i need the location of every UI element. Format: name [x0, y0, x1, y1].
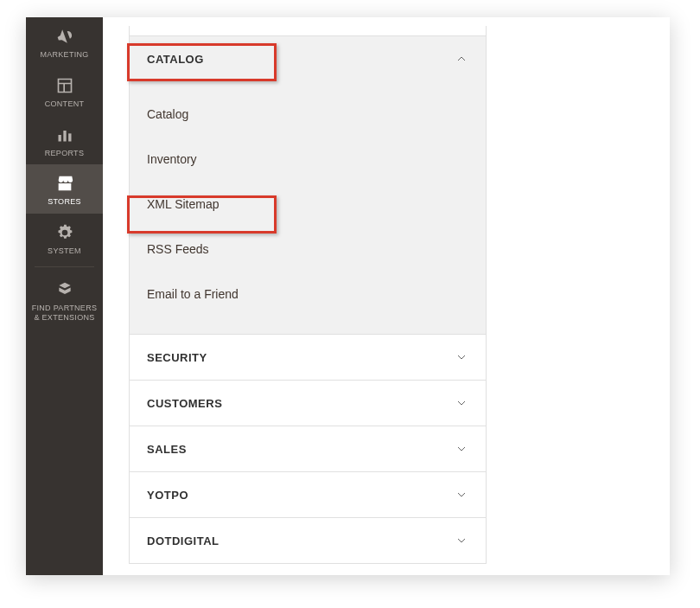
- chevron-up-icon: [455, 52, 468, 66]
- accordion-section-security: SECURITY: [129, 335, 487, 381]
- sidebar-item-label: FIND PARTNERS & EXTENSIONS: [26, 304, 103, 323]
- sidebar-item-label: REPORTS: [41, 149, 87, 158]
- accordion-title: SECURITY: [147, 351, 207, 364]
- accordion-header-catalog[interactable]: CATALOG: [130, 36, 486, 81]
- app-window: MARKETING CONTENT REPORTS STORES SYSTEM: [26, 17, 670, 575]
- sidebar-item-system[interactable]: SYSTEM: [26, 214, 103, 263]
- sidebar-item-label: CONTENT: [41, 99, 88, 109]
- sub-item-inventory[interactable]: Inventory: [130, 137, 486, 182]
- megaphone-icon: [55, 26, 74, 47]
- accordion-title: DOTDIGITAL: [147, 534, 219, 547]
- sidebar-divider: [35, 266, 94, 267]
- accordion-title: YOTPO: [147, 489, 188, 502]
- accordion-section-catalog: CATALOG Catalog Inventory XML Sitemap RS…: [129, 36, 487, 335]
- sidebar-item-partners[interactable]: FIND PARTNERS & EXTENSIONS: [26, 271, 103, 330]
- main-panel: CATALOG Catalog Inventory XML Sitemap RS…: [103, 17, 670, 575]
- accordion-header-customers[interactable]: CUSTOMERS: [130, 381, 486, 426]
- sub-item-catalog[interactable]: Catalog: [130, 92, 486, 137]
- layout-icon: [56, 75, 73, 96]
- sidebar-item-content[interactable]: CONTENT: [26, 67, 103, 116]
- blocks-icon: [56, 279, 73, 300]
- sidebar-item-marketing[interactable]: MARKETING: [26, 17, 103, 67]
- accordion-header-security[interactable]: SECURITY: [130, 335, 486, 380]
- sub-item-xml-sitemap[interactable]: XML Sitemap: [130, 182, 486, 227]
- accordion-header-sales[interactable]: SALES: [130, 426, 486, 471]
- sidebar-item-label: STORES: [44, 197, 85, 207]
- accordion-header-yotpo[interactable]: YOTPO: [130, 472, 486, 517]
- accordion-title: CATALOG: [147, 53, 204, 66]
- accordion-section-dotdigital: DOTDIGITAL: [129, 518, 487, 564]
- accordion-body-catalog: Catalog Inventory XML Sitemap RSS Feeds …: [130, 81, 486, 334]
- chevron-down-icon: [455, 534, 468, 547]
- chevron-down-icon: [455, 488, 468, 502]
- sidebar-item-label: SYSTEM: [44, 246, 85, 256]
- sidebar-item-reports[interactable]: REPORTS: [26, 116, 103, 165]
- gear-icon: [56, 222, 73, 243]
- accordion-section-customers: CUSTOMERS: [129, 381, 487, 426]
- store-icon: [55, 173, 74, 194]
- accordion-title: CUSTOMERS: [147, 397, 222, 410]
- admin-sidebar: MARKETING CONTENT REPORTS STORES SYSTEM: [26, 17, 103, 575]
- accordion-section-sales: SALES: [129, 426, 487, 472]
- chevron-down-icon: [455, 350, 468, 364]
- sidebar-item-label: MARKETING: [36, 50, 92, 60]
- sub-item-rss-feeds[interactable]: RSS Feeds: [130, 227, 486, 272]
- sidebar-item-stores[interactable]: STORES: [26, 164, 103, 214]
- accordion-title: SALES: [147, 443, 187, 456]
- accordion-section-prev: [129, 26, 487, 36]
- svg-rect-1: [63, 131, 66, 142]
- svg-rect-2: [68, 133, 71, 141]
- config-accordion: CATALOG Catalog Inventory XML Sitemap RS…: [129, 26, 487, 564]
- accordion-section-yotpo: YOTPO: [129, 472, 487, 518]
- chevron-down-icon: [455, 396, 468, 410]
- sub-item-email-friend[interactable]: Email to a Friend: [130, 272, 486, 317]
- bar-chart-icon: [56, 125, 73, 145]
- accordion-header-dotdigital[interactable]: DOTDIGITAL: [130, 518, 486, 563]
- chevron-down-icon: [455, 442, 468, 456]
- svg-rect-0: [58, 135, 60, 142]
